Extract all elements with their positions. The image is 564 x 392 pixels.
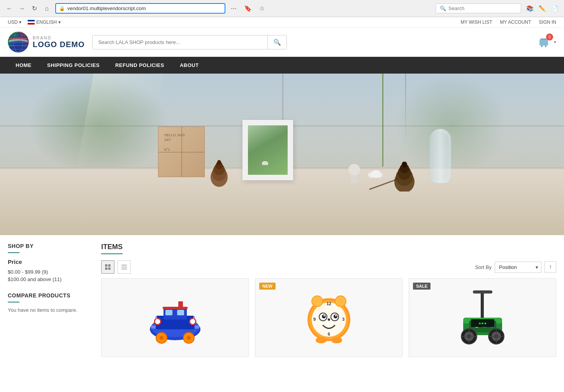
svg-text:6: 6 <box>327 332 330 336</box>
browser-icons: 📚 ✏️ 📄 <box>524 3 560 14</box>
sort-direction-button[interactable]: ↑ <box>545 261 556 273</box>
svg-point-37 <box>155 318 161 325</box>
hero-cotton <box>368 170 383 182</box>
brand-top-label: BRAND <box>33 35 84 40</box>
list-view-button[interactable] <box>118 260 131 274</box>
currency-label: USD <box>8 19 18 25</box>
hero-picture-content <box>248 125 288 175</box>
svg-rect-36 <box>178 301 183 309</box>
svg-rect-23 <box>105 267 107 270</box>
svg-rect-24 <box>108 267 111 270</box>
currency-selector[interactable]: USD ▾ <box>8 19 21 25</box>
price-range-1[interactable]: $100.00 and above (11) <box>8 276 93 283</box>
svg-point-2 <box>11 32 26 52</box>
svg-text:12: 12 <box>326 301 331 306</box>
home-button[interactable]: ⌂ <box>41 3 52 14</box>
bookmark-button[interactable]: ☆ <box>257 3 267 14</box>
sort-area: Sort By Position Name Price ↑ <box>475 261 556 273</box>
logo-globe <box>8 32 29 53</box>
signin-link[interactable]: SIGN IN <box>539 19 556 25</box>
svg-point-9 <box>545 46 546 47</box>
items-section: ITEMS Sort By <box>101 243 556 357</box>
pen-button[interactable]: ✏️ <box>537 3 548 14</box>
product-badge-sale: SALE <box>413 283 430 290</box>
pocket-button[interactable]: 🔖 <box>242 3 253 14</box>
sort-select[interactable]: Position Name Price <box>495 262 541 273</box>
browser-search-box[interactable]: 🔍 <box>436 4 521 13</box>
product-badge-new: NEW <box>259 283 276 290</box>
brand-text: BRAND LOGO DEMO <box>33 35 84 49</box>
items-title: ITEMS <box>101 243 123 254</box>
main-content: SHOP BY Price $0.00 - $99.99 (9) $100.00… <box>0 235 564 365</box>
product-card-clock[interactable]: NEW <box>255 278 402 357</box>
price-range-0[interactable]: $0.00 - $99.99 (9) <box>8 268 93 276</box>
price-label: Price <box>8 258 93 266</box>
svg-point-8 <box>541 46 543 47</box>
cart-icon-wrap: 0 <box>538 35 552 49</box>
browser-search-input[interactable] <box>448 5 517 11</box>
items-header: ITEMS <box>101 243 556 254</box>
product-card-mower[interactable]: SALE <box>409 278 556 357</box>
grid-icon <box>105 264 111 270</box>
address-bar[interactable]: 🔒 <box>55 3 225 14</box>
svg-point-52 <box>323 315 325 316</box>
browser-nav-buttons: ← → ↻ ⌂ <box>4 3 52 14</box>
nav-home[interactable]: HOME <box>8 57 39 74</box>
toy-clock-svg: 12 3 6 9 <box>302 290 356 345</box>
globe-svg <box>8 32 29 53</box>
site-search-button[interactable]: 🔍 <box>267 35 286 49</box>
shop-by-section: SHOP BY Price $0.00 - $99.99 (9) $100.00… <box>8 243 93 283</box>
language-chevron-icon: ▾ <box>58 19 61 25</box>
svg-point-61 <box>316 337 327 343</box>
hero-glass-vase <box>430 129 451 183</box>
header-search[interactable]: 🔍 <box>92 35 287 49</box>
svg-point-62 <box>331 337 342 343</box>
cart-dropdown-icon: ▾ <box>554 39 556 45</box>
product-image-clock: 12 3 6 9 <box>255 279 402 357</box>
shop-by-title: SHOP BY <box>8 243 93 249</box>
cart-area[interactable]: 0 ▾ <box>538 35 556 49</box>
top-bar-left: USD ▾ ENGLISH ▾ <box>8 19 61 25</box>
svg-rect-34 <box>177 310 184 315</box>
hero-package: HELLO, NAS24/7N°1 <box>158 127 205 177</box>
wishlist-link[interactable]: MY WISH LIST <box>460 19 492 25</box>
svg-rect-63 <box>481 290 484 322</box>
svg-rect-27 <box>121 269 127 269</box>
nav-refund[interactable]: REFUND POLICIES <box>107 57 172 74</box>
grid-view-button[interactable] <box>101 260 114 274</box>
compare-title: COMPARE PRODUCTS <box>8 292 93 299</box>
search-icon: 🔍 <box>440 5 446 11</box>
svg-point-1 <box>14 32 23 52</box>
account-link[interactable]: MY ACCOUNT <box>500 19 531 25</box>
sort-select-wrapper: Position Name Price <box>495 262 541 273</box>
toy-mower-svg: ■ ■ ■ <box>455 287 510 349</box>
svg-rect-33 <box>165 310 172 315</box>
forward-button[interactable]: → <box>16 3 27 14</box>
library-button[interactable]: 📚 <box>524 3 535 14</box>
reader-button[interactable]: 📄 <box>549 3 560 14</box>
site-search-input[interactable] <box>93 35 267 49</box>
brand-bottom-label: LOGO DEMO <box>33 40 84 49</box>
svg-point-41 <box>160 336 163 340</box>
compare-text: You have no items to compare. <box>8 307 93 313</box>
language-selector[interactable]: ENGLISH ▾ <box>28 19 61 25</box>
site-nav: HOME SHIPPING POLICIES REFUND POLICIES A… <box>0 57 564 74</box>
hero-banner: HELLO, NAS24/7N°1 <box>0 74 564 235</box>
svg-rect-35 <box>163 307 188 309</box>
reload-button[interactable]: ↻ <box>29 3 40 14</box>
url-input[interactable] <box>67 5 221 11</box>
currency-chevron-icon: ▾ <box>19 19 21 25</box>
sort-label: Sort By <box>475 264 492 270</box>
hero-pine-cone-left <box>209 158 230 187</box>
back-button[interactable]: ← <box>4 3 15 14</box>
shop-by-underline <box>8 252 19 253</box>
svg-point-0 <box>8 32 28 52</box>
svg-rect-64 <box>473 290 492 294</box>
nav-about[interactable]: ABOUT <box>172 57 207 74</box>
nav-shipping[interactable]: SHIPPING POLICIES <box>39 57 107 74</box>
brand-logo[interactable]: BRAND LOGO DEMO <box>8 32 84 53</box>
compare-underline <box>8 302 19 302</box>
svg-point-15 <box>217 160 221 165</box>
more-options-button[interactable]: ··· <box>228 3 239 14</box>
product-card-boat[interactable] <box>101 278 249 357</box>
